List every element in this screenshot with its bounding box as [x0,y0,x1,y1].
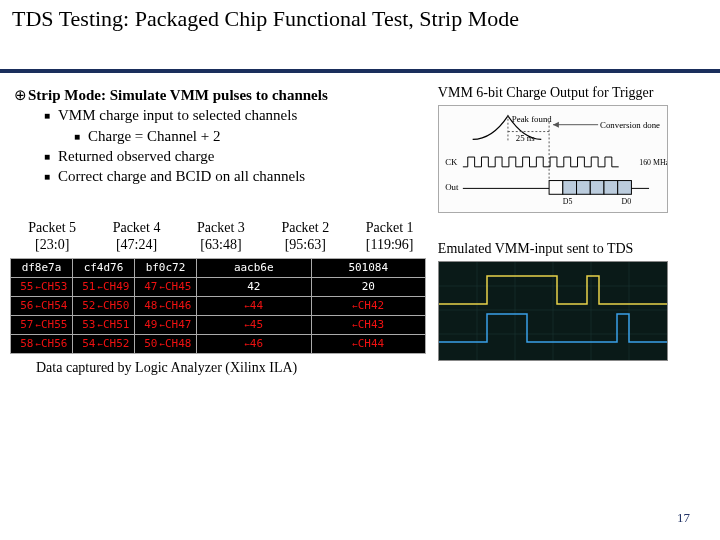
svg-rect-17 [618,181,632,195]
fig1-title: VMM 6-bit Charge Output for Trigger [438,85,710,101]
timing-diagram: Peak found 25 ns Conversion done CK 160 … [438,105,668,213]
value-cell: 42 [197,277,312,296]
svg-text:Conversion done: Conversion done [600,120,660,130]
hex-cell: bf0c72 [135,258,197,277]
hex-cell: 501084 [311,258,426,277]
bullet-2a: VMM charge input to selected channels [58,107,297,123]
bullet-1: Strip Mode: Simulate VMM pulses to chann… [28,87,328,103]
channel-cell: ←44 [197,296,312,315]
bullet-2b: Returned observed charge [58,148,214,164]
svg-text:CK: CK [445,157,458,167]
channel-cell: CH49 [97,277,135,296]
left-column: ⊕Strip Mode: Simulate VMM pulses to chan… [10,85,432,376]
channel-cell: CH56 [35,334,73,353]
value-cell: 20 [311,277,426,296]
index-cell: 57 [11,315,35,334]
svg-marker-7 [553,122,559,128]
index-cell: 50 [135,334,159,353]
svg-rect-12 [549,181,563,195]
channel-cell: CH48 [159,334,197,353]
index-cell: 56 [11,296,35,315]
channel-cell: CH45 [159,277,197,296]
channel-cell: CH52 [97,334,135,353]
page-number: 17 [677,510,690,526]
channel-cell: ←CH43 [311,315,426,334]
channel-cell: CH53 [35,277,73,296]
index-cell: 49 [135,315,159,334]
hex-cell: aacb6e [197,258,312,277]
channel-cell: CH46 [159,296,197,315]
table-caption: Data captured by Logic Analyzer (Xilinx … [10,360,432,376]
channel-cell: CH54 [35,296,73,315]
channel-cell: ←45 [197,315,312,334]
svg-rect-14 [576,181,590,195]
index-cell: 58 [11,334,35,353]
channel-cell: ←CH44 [311,334,426,353]
index-cell: 54 [73,334,97,353]
svg-rect-15 [590,181,604,195]
hex-cell: df8e7a [11,258,73,277]
channel-cell: CH50 [97,296,135,315]
index-cell: 51 [73,277,97,296]
channel-cell: CH51 [97,315,135,334]
bullet-list: ⊕Strip Mode: Simulate VMM pulses to chan… [10,85,432,186]
svg-text:160 MHz: 160 MHz [639,158,667,167]
packet-header: Packet 5[23:0] [10,220,94,254]
packet-header: Packet 4[47:24] [94,220,178,254]
svg-text:D0: D0 [621,197,631,206]
index-cell: 55 [11,277,35,296]
svg-rect-13 [563,181,577,195]
packet-header: Packet 2[95:63] [263,220,347,254]
right-column: VMM 6-bit Charge Output for Trigger Peak… [432,85,710,376]
index-cell: 52 [73,296,97,315]
channel-cell: CH55 [35,315,73,334]
index-cell: 53 [73,315,97,334]
logic-analyzer-table: df8e7acf4d76bf0c72aacb6e50108455CH5351CH… [10,258,426,354]
index-cell: 48 [135,296,159,315]
channel-cell: ←CH42 [311,296,426,315]
page-title: TDS Testing: Packaged Chip Functional Te… [0,0,720,34]
channel-cell: ←46 [197,334,312,353]
bullet-3a: Charge = Channel + 2 [88,128,220,144]
bullet-2c: Correct charge and BCID on all channels [58,168,305,184]
svg-rect-16 [604,181,618,195]
packet-section: Packet 5[23:0]Packet 4[47:24]Packet 3[63… [10,220,432,376]
svg-text:25 ns: 25 ns [516,133,535,143]
svg-text:D5: D5 [563,197,573,206]
fig2-title: Emulated VMM-input sent to TDS [438,241,710,257]
oscilloscope-figure [438,261,668,361]
packet-header: Packet 1[119:96] [348,220,432,254]
index-cell: 47 [135,277,159,296]
hex-cell: cf4d76 [73,258,135,277]
svg-text:Out: Out [445,182,459,192]
packet-header: Packet 3[63:48] [179,220,263,254]
svg-text:Peak found: Peak found [512,114,552,124]
channel-cell: CH47 [159,315,197,334]
packet-headers: Packet 5[23:0]Packet 4[47:24]Packet 3[63… [10,220,432,254]
